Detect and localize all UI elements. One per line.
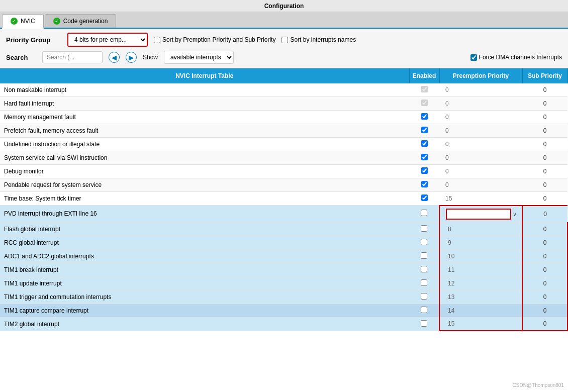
preemption-value: 8 <box>446 226 518 233</box>
interrupt-name: Time base: System tick timer <box>0 192 409 206</box>
preemption-cell[interactable]: ∨ <box>439 206 522 223</box>
enabled-cell[interactable] <box>409 97 439 111</box>
enabled-cell[interactable] <box>409 304 439 317</box>
enabled-cell[interactable] <box>409 83 439 97</box>
enabled-cell[interactable] <box>409 192 439 206</box>
enabled-cell[interactable] <box>409 263 439 276</box>
tab-nvic[interactable]: ✓ NVIC <box>2 14 44 29</box>
search-label: Search <box>6 54 36 61</box>
enabled-cell[interactable] <box>409 178 439 192</box>
preemption-value: 9 <box>446 239 518 246</box>
sort-names-checkbox[interactable] <box>281 37 288 43</box>
interrupt-name: PVD interrupt through EXTI line 16 <box>0 206 409 223</box>
enabled-checkbox[interactable] <box>421 293 427 300</box>
enabled-checkbox[interactable] <box>421 194 428 201</box>
table-row: Pendable request for system service00 <box>0 178 567 192</box>
table-row: TIM1 trigger and commutation interrupts1… <box>0 290 567 304</box>
enabled-checkbox[interactable] <box>421 320 427 327</box>
show-select[interactable]: available interrupts all interrupts <box>164 51 234 64</box>
interrupt-name: Debug monitor <box>0 165 409 178</box>
table-row: Prefetch fault, memory access fault00 <box>0 124 567 138</box>
preemption-value: 0 <box>445 114 449 121</box>
sort-preemption-checkbox-label[interactable]: Sort by Premption Priority and Sub Prior… <box>154 36 275 43</box>
next-nav-button[interactable]: ▶ <box>126 52 137 63</box>
preemption-cell: 13 <box>439 290 522 304</box>
sort-preemption-checkbox[interactable] <box>154 37 160 43</box>
enabled-cell[interactable] <box>409 151 439 165</box>
preemption-cell: 0 <box>439 138 522 151</box>
enabled-checkbox[interactable] <box>421 113 428 120</box>
preemption-value: 0 <box>445 127 449 134</box>
enabled-checkbox[interactable] <box>421 225 427 232</box>
enabled-checkbox[interactable] <box>421 210 427 216</box>
enabled-checkbox[interactable] <box>421 140 428 147</box>
force-dma-container: Force DMA channels Interrupts <box>470 54 562 61</box>
enabled-cell[interactable] <box>409 276 439 290</box>
preemption-cell: 15 <box>439 192 522 206</box>
enabled-cell[interactable] <box>409 111 439 124</box>
enabled-checkbox[interactable] <box>421 239 427 245</box>
codegen-tab-label: Code generation <box>63 18 108 25</box>
enabled-cell[interactable] <box>409 222 439 236</box>
table-row: Debug monitor00 <box>0 165 567 178</box>
enabled-checkbox[interactable] <box>421 181 428 187</box>
nvic-tab-icon: ✓ <box>11 18 18 25</box>
subpriority-cell: 0 <box>522 222 567 236</box>
tab-code-generation[interactable]: ✓ Code generation <box>45 14 117 28</box>
table-row: PVD interrupt through EXTI line 16 ∨0 <box>0 206 567 223</box>
enabled-checkbox[interactable] <box>421 127 428 133</box>
prev-nav-button[interactable]: ◀ <box>109 52 120 63</box>
enabled-cell[interactable] <box>409 290 439 304</box>
force-dma-label: Force DMA channels Interrupts <box>479 54 562 61</box>
sort-names-label: Sort by interrupts names <box>290 36 356 43</box>
enabled-checkbox[interactable] <box>421 266 427 272</box>
main-window: Configuration ✓ NVIC ✓ Code generation P… <box>0 0 568 392</box>
preemption-cell: 0 <box>439 165 522 178</box>
table-row: TIM1 capture compare interrupt140 <box>0 304 567 317</box>
subpriority-cell: 0 <box>522 192 567 206</box>
enabled-checkbox[interactable] <box>421 307 427 313</box>
enabled-cell[interactable] <box>409 236 439 249</box>
subpriority-cell: 0 <box>522 304 567 317</box>
table-header-row: NVIC Interrupt Table Enabled Preemption … <box>0 68 567 83</box>
enabled-cell[interactable] <box>409 138 439 151</box>
enabled-checkbox[interactable] <box>421 252 427 259</box>
interrupt-name: Undefined instruction or illegal state <box>0 138 409 151</box>
preemption-value: 0 <box>445 154 449 161</box>
preemption-value: 14 <box>446 307 518 314</box>
sort-names-checkbox-label[interactable]: Sort by interrupts names <box>281 36 356 43</box>
enabled-checkbox[interactable] <box>421 279 427 286</box>
subpriority-cell: 0 <box>522 151 567 165</box>
preemption-cell: 15 <box>439 317 522 331</box>
preemption-value: 0 <box>445 168 449 175</box>
table-body: Non maskable interrupt00Hard fault inter… <box>0 83 567 331</box>
priority-group-select[interactable]: 4 bits for pre-emp... 3 bits for pre-emp… <box>67 33 148 47</box>
enabled-cell[interactable] <box>409 206 439 223</box>
subpriority-cell: 0 <box>522 124 567 138</box>
interrupt-name: Flash global interrupt <box>0 222 409 236</box>
table-row: Flash global interrupt80 <box>0 222 567 236</box>
force-dma-checkbox[interactable] <box>470 54 477 61</box>
toolbar-row-2: Search ◀ ▶ Show available interrupts all… <box>6 51 562 64</box>
table-row: TIM1 update interrupt120 <box>0 276 567 290</box>
enabled-checkbox[interactable] <box>421 167 428 174</box>
enabled-checkbox[interactable] <box>421 100 428 106</box>
sort-preemption-label: Sort by Premption Priority and Sub Prior… <box>162 36 275 43</box>
enabled-checkbox[interactable] <box>421 154 428 160</box>
search-input[interactable] <box>42 51 103 63</box>
col-header-subpriority: Sub Priority <box>522 68 567 83</box>
enabled-cell[interactable] <box>409 249 439 263</box>
table-row: Memory management fault00 <box>0 111 567 124</box>
enabled-cell[interactable] <box>409 317 439 331</box>
interrupt-name: TIM1 break interrupt <box>0 263 409 276</box>
nvic-table: NVIC Interrupt Table Enabled Preemption … <box>0 68 568 331</box>
enabled-cell[interactable] <box>409 165 439 178</box>
subpriority-cell: 0 <box>522 249 567 263</box>
preemption-dropdown-input[interactable] <box>446 209 511 220</box>
interrupt-name: ADC1 and ADC2 global interrupts <box>0 249 409 263</box>
preemption-cell: 0 <box>439 97 522 111</box>
enabled-cell[interactable] <box>409 124 439 138</box>
enabled-checkbox[interactable] <box>421 86 428 92</box>
title-bar: Configuration <box>0 0 568 12</box>
preemption-cell: 0 <box>439 124 522 138</box>
